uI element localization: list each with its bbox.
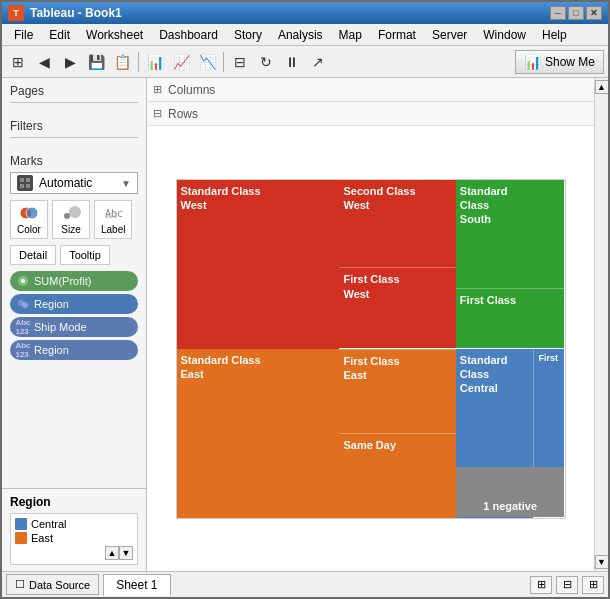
toolbar-save-icon[interactable]: 💾: [84, 50, 108, 74]
rows-shelf[interactable]: ⊟ Rows: [147, 102, 594, 126]
status-icon-1[interactable]: ⊞: [530, 576, 552, 594]
left-panel: Pages Filters Marks: [2, 78, 147, 571]
cell-first[interactable]: First: [533, 349, 564, 467]
legend-swatch-central: [15, 518, 27, 530]
treemap[interactable]: Standard ClassWest Second ClassWest Firs…: [176, 179, 566, 519]
columns-shelf-icon: ⊞: [153, 83, 162, 96]
marks-dropdown-arrow: ▼: [121, 178, 131, 189]
pill-region-label: Region: [34, 298, 69, 310]
cell-1c-south[interactable]: First Class: [456, 288, 565, 349]
maximize-button[interactable]: □: [568, 6, 584, 20]
show-me-icon: 📊: [524, 54, 541, 70]
pill-ship-mode-label: Ship Mode: [34, 321, 87, 333]
svg-rect-1: [26, 178, 30, 182]
menu-server[interactable]: Server: [424, 26, 475, 44]
status-bar: ☐ Data Source Sheet 1 ⊞ ⊟ ⊞: [2, 571, 608, 597]
size-icon: [60, 204, 82, 222]
pill-sum-profit-label: SUM(Profit): [34, 275, 91, 287]
toolbar: ⊞ ◀ ▶ 💾 📋 📊 📈 📉 ⊟ ↻ ⏸ ↗ 📊 Show Me: [2, 46, 608, 78]
toolbar-refresh-icon[interactable]: ↻: [254, 50, 278, 74]
legend-label-east: East: [31, 532, 53, 544]
show-me-button[interactable]: 📊 Show Me: [515, 50, 604, 74]
menu-help[interactable]: Help: [534, 26, 575, 44]
marks-buttons: Color Size: [10, 200, 138, 239]
scrollbar-up[interactable]: ▲: [595, 80, 609, 94]
pill-region-icon: [16, 297, 30, 311]
menu-story[interactable]: Story: [226, 26, 270, 44]
data-source-tab[interactable]: ☐ Data Source: [6, 574, 99, 595]
main-window: T Tableau - Book1 ─ □ ✕ File Edit Worksh…: [0, 0, 610, 599]
detail-tooltip-row: Detail Tooltip: [10, 245, 138, 265]
cell-1c-east[interactable]: First ClassEast: [339, 349, 455, 434]
legend-label-central: Central: [31, 518, 66, 530]
close-button[interactable]: ✕: [586, 6, 602, 20]
toolbar-export-icon[interactable]: ↗: [306, 50, 330, 74]
cell-negative-label: 1 negative: [483, 499, 537, 513]
toolbar-chart2-icon[interactable]: 📈: [169, 50, 193, 74]
window-controls[interactable]: ─ □ ✕: [550, 6, 602, 20]
toolbar-chart1-icon[interactable]: 📊: [143, 50, 167, 74]
canvas-area: ⊞ Columns ⊟ Rows Standard ClassWest Seco…: [147, 78, 594, 571]
toolbar-chart3-icon[interactable]: 📉: [195, 50, 219, 74]
cell-2c-west[interactable]: Second ClassWest: [339, 180, 455, 268]
pages-label: Pages: [10, 84, 138, 98]
cell-1c-west-label: First ClassWest: [343, 272, 451, 301]
svg-point-6: [64, 213, 70, 219]
label-label: Label: [101, 224, 125, 235]
menu-analysis[interactable]: Analysis: [270, 26, 331, 44]
pill-ship-mode[interactable]: Abc123 Ship Mode: [10, 317, 138, 337]
menu-bar: File Edit Worksheet Dashboard Story Anal…: [2, 24, 608, 46]
svg-rect-0: [20, 178, 24, 182]
right-scrollbar[interactable]: ▲ ▼: [594, 78, 608, 571]
toolbar-layout-icon[interactable]: ⊟: [228, 50, 252, 74]
toolbar-pause-icon[interactable]: ⏸: [280, 50, 304, 74]
svg-point-13: [22, 302, 28, 308]
cell-sc-south[interactable]: StandardClassSouth: [456, 180, 565, 288]
label-button[interactable]: Abc 123 Label: [94, 200, 132, 239]
minimize-button[interactable]: ─: [550, 6, 566, 20]
legend-title: Region: [10, 495, 138, 509]
pill-region-detail[interactable]: Abc123 Region: [10, 340, 138, 360]
legend-scroll-up[interactable]: ▲: [105, 546, 119, 560]
sheet1-tab[interactable]: Sheet 1: [103, 574, 170, 596]
cell-same-day[interactable]: Same Day: [339, 433, 455, 518]
pill-sum-profit[interactable]: SUM(Profit): [10, 271, 138, 291]
cell-sc-west[interactable]: Standard ClassWest: [177, 180, 340, 349]
columns-shelf[interactable]: ⊞ Columns: [147, 78, 594, 102]
svg-point-5: [26, 207, 38, 219]
detail-button[interactable]: Detail: [10, 245, 56, 265]
menu-worksheet[interactable]: Worksheet: [78, 26, 151, 44]
menu-file[interactable]: File: [6, 26, 41, 44]
legend-section: Region Central East ▲ ▼: [2, 488, 146, 571]
menu-format[interactable]: Format: [370, 26, 424, 44]
cell-negative[interactable]: 1 negative: [456, 467, 565, 518]
toolbar-grid-icon[interactable]: ⊞: [6, 50, 30, 74]
app-icon: T: [8, 5, 24, 21]
color-button[interactable]: Color: [10, 200, 48, 239]
cell-1c-west[interactable]: First ClassWest: [339, 267, 455, 348]
source-tab-label: Data Source: [29, 579, 90, 591]
menu-edit[interactable]: Edit: [41, 26, 78, 44]
menu-window[interactable]: Window: [475, 26, 534, 44]
treemap-container: Standard ClassWest Second ClassWest Firs…: [147, 126, 594, 571]
marks-type-dropdown[interactable]: Automatic ▼: [10, 172, 138, 194]
scrollbar-down[interactable]: ▼: [595, 555, 609, 569]
pill-circle-icon: [16, 274, 30, 288]
toolbar-copy-icon[interactable]: 📋: [110, 50, 134, 74]
size-button[interactable]: Size: [52, 200, 90, 239]
toolbar-back-icon[interactable]: ◀: [32, 50, 56, 74]
status-icon-2[interactable]: ⊟: [556, 576, 578, 594]
cell-sc-east[interactable]: Standard ClassEast: [177, 349, 340, 518]
cell-sc-east-label: Standard ClassEast: [181, 353, 336, 382]
status-icon-3[interactable]: ⊞: [582, 576, 604, 594]
color-label: Color: [17, 224, 41, 235]
color-icon: [18, 204, 40, 222]
toolbar-forward-icon[interactable]: ▶: [58, 50, 82, 74]
menu-dashboard[interactable]: Dashboard: [151, 26, 226, 44]
legend-item-east: East: [15, 532, 133, 544]
main-area: Pages Filters Marks: [2, 78, 608, 571]
menu-map[interactable]: Map: [331, 26, 370, 44]
tooltip-button[interactable]: Tooltip: [60, 245, 110, 265]
legend-scroll-down[interactable]: ▼: [119, 546, 133, 560]
pill-region-color[interactable]: Region: [10, 294, 138, 314]
